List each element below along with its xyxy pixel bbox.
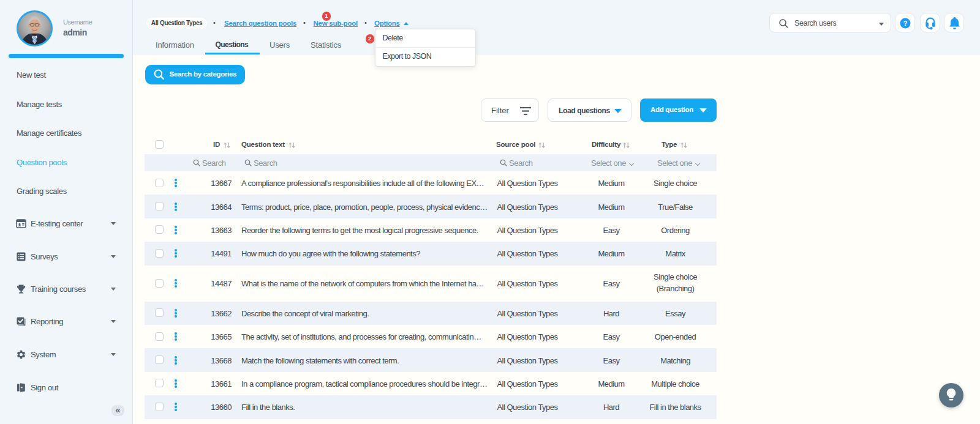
svg-text:?: ?: [903, 20, 908, 27]
